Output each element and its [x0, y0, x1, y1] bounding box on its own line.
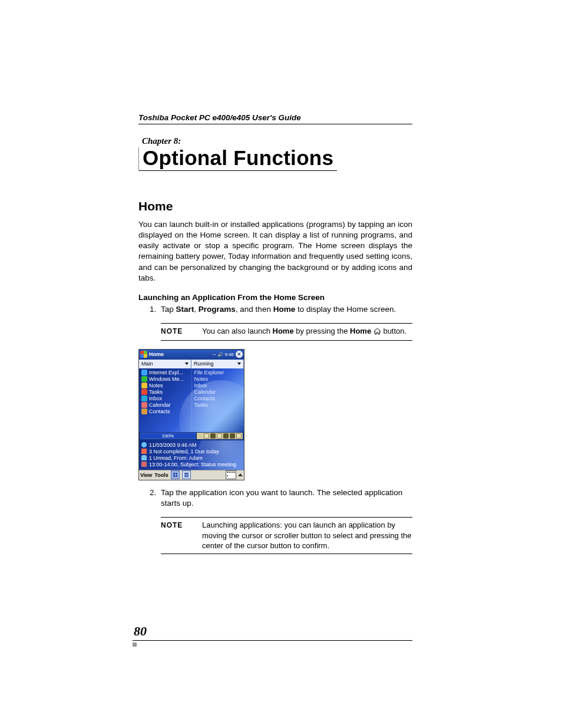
- svg-rect-1: [176, 473, 177, 475]
- tab-row: Main Running: [139, 360, 244, 368]
- titlebar-title: Home: [149, 351, 210, 357]
- chapter-label: Chapter 8:: [138, 136, 412, 146]
- setting-icon[interactable]: [236, 433, 242, 439]
- today-appointment[interactable]: 13:00-14:00, Subject: Status meeting: [141, 462, 242, 467]
- header-rule: [138, 124, 412, 124]
- footer-marker: [133, 643, 137, 647]
- app-contacts[interactable]: Contacts: [141, 409, 189, 414]
- menu-view[interactable]: View: [140, 472, 152, 478]
- titlebar: Home ↔ 🔊 9:46 ✕: [139, 350, 244, 360]
- running-contacts[interactable]: Contacts: [194, 396, 242, 401]
- note-1: NOTE You can also launch Home by pressin…: [161, 323, 412, 341]
- chevron-down-icon: [185, 363, 189, 365]
- calendar-icon: [141, 402, 147, 408]
- connectivity-icon: ↔: [211, 352, 216, 357]
- chapter-title: Optional Functions: [139, 147, 337, 171]
- running-file-explorer[interactable]: File Explorer: [194, 370, 242, 375]
- running-tasks[interactable]: Tasks: [194, 402, 242, 408]
- running-header: Toshiba Pocket PC e400/e405 User's Guide: [138, 113, 412, 122]
- battery-percent: 100%: [141, 433, 195, 439]
- battery-bar[interactable]: 100%: [140, 433, 196, 439]
- steps-list: Tap Start, Programs, and then Home to di…: [138, 304, 412, 315]
- mail-icon: [141, 455, 147, 460]
- chapter-block: Chapter 8: Optional Functions: [138, 136, 412, 171]
- app-internet-explorer[interactable]: Internet Expl...: [141, 370, 189, 375]
- notes-icon: [141, 383, 147, 388]
- section-title-home: Home: [138, 199, 412, 213]
- sip-keyboard-icon[interactable]: [226, 470, 236, 479]
- setting-icon[interactable]: [230, 433, 235, 439]
- note-2-text: Launching applications: you can launch a…: [202, 520, 412, 551]
- today-tasks[interactable]: 3 Not completed, 1 Due today: [141, 449, 242, 454]
- clock-text: 9:46: [224, 352, 234, 357]
- note-1-text: You can also launch Home by pressing the…: [202, 326, 412, 338]
- today-datetime[interactable]: 11/03/2003 9:46 AM: [141, 442, 242, 448]
- inbox-icon: [141, 396, 147, 401]
- app-windows-media[interactable]: Windows Me...: [141, 376, 189, 382]
- start-icon[interactable]: [140, 351, 147, 358]
- bottom-bar: View Tools: [139, 470, 244, 480]
- svg-rect-2: [173, 475, 175, 477]
- workspace: Internet Expl... Windows Me... Notes Tas…: [139, 368, 244, 432]
- home-intro-paragraph: You can launch built-in or installed app…: [138, 219, 412, 284]
- apps-column: Internet Expl... Windows Me... Notes Tas…: [139, 368, 192, 432]
- svg-rect-6: [184, 476, 189, 477]
- steps-list-cont: Tap the application icon you want to lau…: [138, 487, 412, 509]
- view-icon-large[interactable]: [171, 470, 180, 479]
- app-tasks[interactable]: Tasks: [141, 389, 189, 395]
- speaker-icon: 🔊: [217, 352, 223, 357]
- task-icon: [141, 449, 147, 454]
- svg-rect-3: [176, 475, 177, 477]
- page-footer: 80: [133, 624, 412, 647]
- view-icon-list[interactable]: [182, 470, 191, 479]
- mid-bar: 100%: [139, 432, 244, 440]
- setting-icon[interactable]: [217, 433, 222, 439]
- setting-icon[interactable]: [204, 433, 209, 439]
- running-inbox[interactable]: Inbox: [194, 383, 242, 388]
- contacts-icon: [141, 409, 147, 414]
- tab-main[interactable]: Main: [139, 360, 191, 368]
- chevron-down-icon: [237, 363, 241, 365]
- app-calendar[interactable]: Calendar: [141, 402, 189, 408]
- clock-icon: [141, 442, 147, 447]
- home-icon: [373, 327, 381, 338]
- media-icon: [141, 376, 147, 382]
- svg-rect-5: [184, 475, 189, 476]
- footer-rule: [133, 640, 412, 641]
- running-calendar[interactable]: Calendar: [194, 389, 242, 395]
- close-icon[interactable]: ✕: [236, 351, 243, 358]
- pocketpc-screenshot: Home ↔ 🔊 9:46 ✕ Main Running Internet Ex…: [138, 349, 244, 480]
- note-label: NOTE: [161, 520, 202, 530]
- setting-icons-strip: [197, 433, 243, 439]
- svg-rect-0: [173, 473, 175, 475]
- menu-tools[interactable]: Tools: [154, 472, 168, 478]
- appt-icon: [141, 462, 147, 467]
- step-2: Tap the application icon you want to lau…: [158, 487, 412, 509]
- page-number: 80: [133, 624, 412, 639]
- today-panel: 11/03/2003 9:46 AM 3 Not completed, 1 Du…: [139, 440, 244, 470]
- tasks-icon: [141, 389, 147, 395]
- svg-rect-4: [184, 473, 189, 474]
- note-label: NOTE: [161, 326, 202, 336]
- setting-icon[interactable]: [223, 433, 229, 439]
- sip-up-icon[interactable]: [238, 473, 243, 476]
- step-1: Tap Start, Programs, and then Home to di…: [158, 304, 412, 315]
- running-notes[interactable]: Notes: [194, 376, 242, 382]
- setting-icon[interactable]: [210, 433, 216, 439]
- ie-icon: [141, 370, 147, 375]
- today-mail[interactable]: 1 Unread, From: Adam: [141, 455, 242, 461]
- running-column: File Explorer Notes Inbox Calendar Conta…: [192, 368, 244, 432]
- tab-running[interactable]: Running: [191, 360, 244, 368]
- app-notes[interactable]: Notes: [141, 383, 189, 388]
- note-2: NOTE Launching applications: you can lau…: [161, 517, 412, 554]
- status-icons: ↔ 🔊 9:46: [211, 352, 234, 357]
- subheading-launching: Launching an Application From the Home S…: [138, 293, 412, 302]
- app-inbox[interactable]: Inbox: [141, 396, 189, 401]
